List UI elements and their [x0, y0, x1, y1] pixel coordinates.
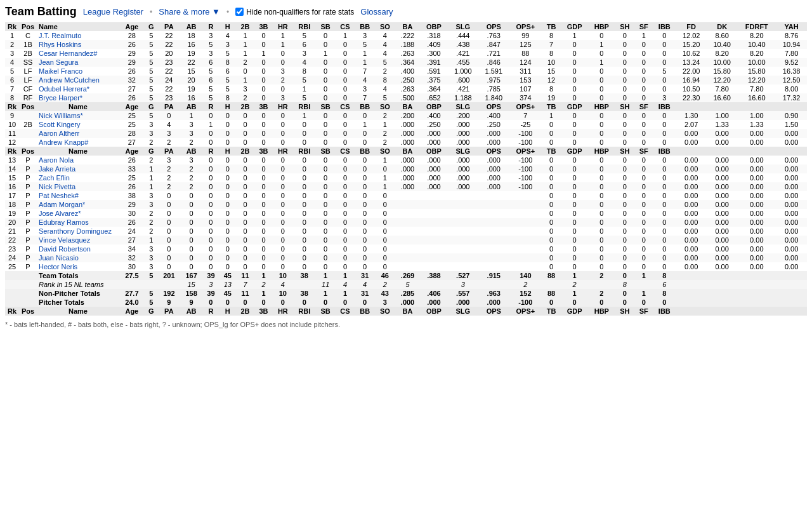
- player-link[interactable]: Jose Alvarez*: [39, 210, 81, 217]
- cell-name[interactable]: Edubray Ramos: [37, 218, 119, 227]
- col-dk[interactable]: DK: [707, 22, 738, 31]
- col-pos[interactable]: Pos: [19, 22, 37, 31]
- player-link[interactable]: Bryce Harper*: [39, 94, 82, 102]
- player-link[interactable]: Pat Neshek#: [39, 192, 79, 199]
- col-tb[interactable]: TB: [542, 22, 561, 31]
- player-link[interactable]: Cesar Hernandez#: [39, 50, 97, 57]
- cell-name[interactable]: Jake Arrieta: [37, 164, 119, 173]
- cell-name[interactable]: Rhys Hoskins: [37, 40, 119, 49]
- player-link[interactable]: Andrew Knapp#: [39, 138, 88, 146]
- table-row: 20 P Edubray Ramos 26 2 0 0 0 0 0 0 0 0 …: [5, 218, 807, 227]
- col-sh[interactable]: SH: [615, 22, 635, 31]
- col-rk[interactable]: Rk: [5, 22, 19, 31]
- player-link[interactable]: David Robertson: [39, 245, 91, 253]
- player-link[interactable]: Edubray Ramos: [39, 218, 89, 226]
- player-link[interactable]: Aaron Altherr: [39, 130, 79, 137]
- col-r[interactable]: R: [202, 22, 219, 31]
- player-link[interactable]: Odubel Herrera*: [39, 85, 89, 93]
- cell-name[interactable]: Andrew Knapp#: [37, 138, 119, 147]
- player-link[interactable]: Scott Kingery: [39, 121, 80, 128]
- hide-nonqualifiers-label[interactable]: Hide non-qualifiers for rate stats: [235, 8, 354, 17]
- col-yah[interactable]: YAH: [776, 22, 807, 31]
- player-link[interactable]: Maikel Franco: [39, 67, 82, 75]
- player-link[interactable]: Rhys Hoskins: [39, 41, 81, 48]
- col-fdrft[interactable]: FDRFT: [737, 22, 776, 31]
- col-fd[interactable]: FD: [676, 22, 707, 31]
- cell-hr: 0: [273, 227, 293, 236]
- col-sf[interactable]: SF: [634, 22, 653, 31]
- cell-name[interactable]: Scott Kingery: [37, 120, 119, 129]
- cell-name[interactable]: Vince Velasquez: [37, 236, 119, 244]
- cell-name[interactable]: Bryce Harper*: [37, 93, 119, 102]
- col-hr[interactable]: HR: [273, 22, 293, 31]
- player-link[interactable]: Jake Arrieta: [39, 165, 75, 173]
- col-rbi[interactable]: RBI: [293, 22, 316, 31]
- player-link[interactable]: Nick Williams*: [39, 112, 83, 119]
- cell-name[interactable]: Zach Eflin: [37, 173, 119, 182]
- col-pa[interactable]: PA: [158, 22, 180, 31]
- hide-nonqualifiers-checkbox[interactable]: [235, 8, 244, 16]
- col-bb[interactable]: BB: [355, 22, 375, 31]
- cell-name[interactable]: Seranthony Dominguez: [37, 227, 119, 236]
- cell-yah: 0.00: [776, 253, 807, 262]
- player-link[interactable]: Jean Segura: [39, 58, 78, 66]
- cell-so: 8: [375, 76, 395, 84]
- cell-obp: .000: [420, 156, 447, 164]
- cell-name[interactable]: Maikel Franco: [37, 67, 119, 76]
- cell-sf: 0: [634, 84, 653, 93]
- col-name[interactable]: Name: [37, 22, 119, 31]
- cell-name[interactable]: Nick Williams*: [37, 111, 119, 120]
- col-g[interactable]: G: [145, 22, 158, 31]
- cell-g: 3: [145, 120, 158, 129]
- player-link[interactable]: Hector Neris: [39, 263, 77, 271]
- league-register-link[interactable]: League Register: [83, 7, 143, 17]
- col-gdp[interactable]: GDP: [561, 22, 588, 31]
- cell-name[interactable]: Andrew McCutchen: [37, 76, 119, 84]
- col-h[interactable]: H: [219, 22, 236, 31]
- cell-name[interactable]: Pat Neshek#: [37, 191, 119, 200]
- player-link[interactable]: Juan Nicasio: [39, 254, 79, 262]
- cell-hr: 0: [273, 120, 293, 129]
- col-slg[interactable]: SLG: [448, 22, 479, 31]
- cell-name[interactable]: Odubel Herrera*: [37, 84, 119, 93]
- col-ab[interactable]: AB: [180, 22, 202, 31]
- glossary-link[interactable]: Glossary: [360, 7, 393, 17]
- player-link[interactable]: Zach Eflin: [39, 174, 70, 182]
- player-link[interactable]: Andrew McCutchen: [39, 76, 100, 84]
- player-link[interactable]: Seranthony Dominguez: [39, 227, 112, 235]
- cell-name[interactable]: Jean Segura: [37, 58, 119, 67]
- player-link[interactable]: J.T. Realmuto: [39, 32, 81, 39]
- player-link[interactable]: Aaron Nola: [39, 156, 74, 164]
- col-2b[interactable]: 2B: [236, 22, 254, 31]
- player-link[interactable]: Adam Morgan*: [39, 201, 85, 208]
- cell-name[interactable]: J.T. Realmuto: [37, 31, 119, 40]
- footer-note: * - bats left-handed, # - bats both, els…: [5, 321, 807, 328]
- cell-name[interactable]: Aaron Altherr: [37, 129, 119, 138]
- cell-fdrft: 8.20: [737, 49, 776, 58]
- cell-h: 0: [219, 200, 236, 209]
- share-more-link[interactable]: Share & more ▼: [159, 7, 220, 17]
- col-sb[interactable]: SB: [316, 22, 336, 31]
- col-ops[interactable]: OPS: [478, 22, 509, 31]
- cell-name[interactable]: Aaron Nola: [37, 156, 119, 164]
- col-hbp[interactable]: HBP: [588, 22, 615, 31]
- col-3b[interactable]: 3B: [254, 22, 273, 31]
- player-link[interactable]: Nick Pivetta: [39, 183, 75, 190]
- cell-sh: 0: [615, 40, 635, 49]
- col-ops-plus[interactable]: OPS+: [509, 22, 542, 31]
- cell-name[interactable]: Juan Nicasio: [37, 253, 119, 262]
- player-link[interactable]: Vince Velasquez: [39, 236, 90, 244]
- col-age[interactable]: Age: [119, 22, 145, 31]
- cell-name[interactable]: Hector Neris: [37, 262, 119, 271]
- col-so[interactable]: SO: [375, 22, 395, 31]
- cell-ops-plus: [509, 191, 542, 200]
- col-cs[interactable]: CS: [336, 22, 355, 31]
- col-obp[interactable]: OBP: [420, 22, 447, 31]
- cell-name[interactable]: Jose Alvarez*: [37, 209, 119, 218]
- cell-name[interactable]: Nick Pivetta: [37, 182, 119, 191]
- cell-name[interactable]: David Robertson: [37, 244, 119, 253]
- col-ibb[interactable]: IBB: [653, 22, 676, 31]
- col-ba[interactable]: BA: [395, 22, 421, 31]
- cell-name[interactable]: Adam Morgan*: [37, 200, 119, 209]
- cell-name[interactable]: Cesar Hernandez#: [37, 49, 119, 58]
